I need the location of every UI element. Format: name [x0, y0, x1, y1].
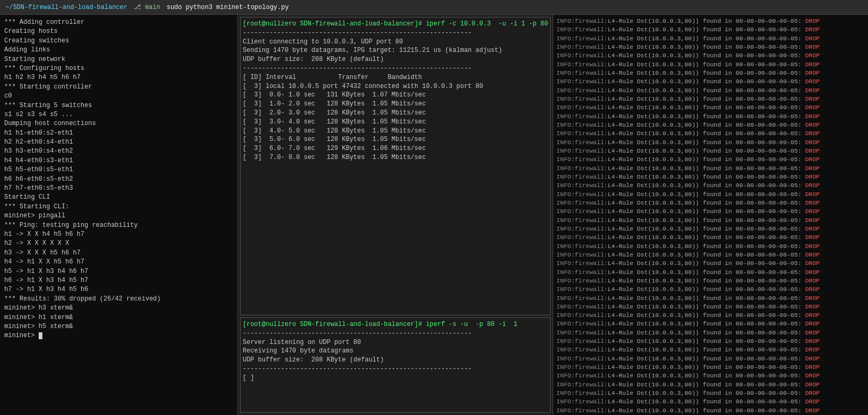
top-bar: ~/SDN-firewall-and-load-balancer ⎇ main …	[0, 0, 868, 15]
terminal-prompt: [root@nullzero SDN-firewall-and-load-bal…	[243, 20, 548, 29]
log-line: INFO:firewall:L4-Rule Dst(10.0.0.3,80)) …	[556, 199, 868, 207]
main-content: *** Adding controllerCreating hostsCreat…	[0, 15, 868, 415]
log-line: INFO:firewall:L4-Rule Dst(10.0.0.3,80)) …	[556, 138, 868, 147]
terminal-line: mininet> pingall	[4, 211, 233, 220]
terminal-line: ----------------------------------------…	[243, 329, 548, 338]
right-log-panel[interactable]: INFO:firewall:L4-Rule Dst(10.0.0.3,80)) …	[553, 15, 868, 415]
log-line: INFO:firewall:L4-Rule Dst(10.0.0.3,80)) …	[556, 225, 868, 233]
log-line: INFO:firewall:L4-Rule Dst(10.0.0.3,80)) …	[556, 112, 868, 121]
terminal-line: *** Results: 38% dropped (26/42 received…	[4, 295, 233, 304]
terminal-line: [ ]	[243, 374, 548, 383]
terminal-line: [ 3] local 10.0.0.5 port 47432 connected…	[243, 82, 548, 91]
terminal-line: ----------------------------------------…	[243, 365, 548, 374]
terminal-line: *** Starting 5 switches	[4, 101, 233, 110]
terminal-line: Adding links	[4, 46, 233, 55]
log-line: INFO:firewall:L4-Rule Dst(10.0.0.3,80)) …	[556, 121, 868, 129]
log-line: INFO:firewall:L4-Rule Dst(10.0.0.3,80)) …	[556, 95, 868, 103]
log-line: INFO:firewall:L4-Rule Dst(10.0.0.3,80)) …	[556, 277, 868, 285]
log-line: INFO:firewall:L4-Rule Dst(10.0.0.3,80)) …	[556, 372, 868, 380]
log-line: INFO:firewall:L4-Rule Dst(10.0.0.3,80)) …	[556, 294, 868, 303]
log-line: INFO:firewall:L4-Rule Dst(10.0.0.3,80)) …	[556, 43, 868, 51]
terminal-line: [ ID] Interval Transfer Bandwidth	[243, 73, 548, 82]
middle-top-terminal[interactable]: [root@nullzero SDN-firewall-and-load-bal…	[240, 17, 551, 315]
terminal-prompt: [root@nullzero SDN-firewall-and-load-bal…	[243, 320, 548, 329]
log-line: INFO:firewall:L4-Rule Dst(10.0.0.3,80)) …	[556, 190, 868, 199]
log-line: INFO:firewall:L4-Rule Dst(10.0.0.3,80)) …	[556, 355, 868, 363]
terminal-line: Dumping host connections	[4, 119, 233, 128]
log-line: INFO:firewall:L4-Rule Dst(10.0.0.3,80)) …	[556, 147, 868, 155]
log-line: INFO:firewall:L4-Rule Dst(10.0.0.3,80)) …	[556, 329, 868, 337]
terminal-line: *** Configuring hosts	[4, 64, 233, 73]
left-terminal[interactable]: *** Adding controllerCreating hostsCreat…	[0, 15, 237, 415]
log-line: INFO:firewall:L4-Rule Dst(10.0.0.3,80)) …	[556, 216, 868, 225]
log-line: INFO:firewall:L4-Rule Dst(10.0.0.3,80)) …	[556, 51, 868, 60]
middle-panel: [root@nullzero SDN-firewall-and-load-bal…	[237, 15, 553, 415]
log-line: INFO:firewall:L4-Rule Dst(10.0.0.3,80)) …	[556, 155, 868, 164]
cursor	[39, 332, 42, 339]
log-line: INFO:firewall:L4-Rule Dst(10.0.0.3,80)) …	[556, 346, 868, 354]
terminal-line: Creating hosts	[4, 27, 233, 36]
log-line: INFO:firewall:L4-Rule Dst(10.0.0.3,80)) …	[556, 285, 868, 294]
command-label: sudo python3 mininet-topology.py	[166, 4, 288, 11]
terminal-line: [ 3] 6.0- 7.0 sec 129 KBytes 1.06 Mbits/…	[243, 144, 548, 153]
log-line: INFO:firewall:L4-Rule Dst(10.0.0.3,80)) …	[556, 207, 868, 216]
branch-icon: ⎇	[134, 4, 145, 11]
terminal-line: [ 3] 0.0- 1.0 sec 131 KBytes 1.07 Mbits/…	[243, 91, 548, 100]
terminal-line: Starting network	[4, 55, 233, 64]
log-line: INFO:firewall:L4-Rule Dst(10.0.0.3,80)) …	[556, 398, 868, 406]
terminal-line: [ 3] 5.0- 6.0 sec 128 KBytes 1.05 Mbits/…	[243, 135, 548, 144]
terminal-line: h3 -> X X X h5 h6 h7	[4, 249, 233, 258]
terminal-line: [ 3] 3.0- 4.0 sec 128 KBytes 1.05 Mbits/…	[243, 118, 548, 127]
terminal-line: *** Adding controller	[4, 18, 233, 27]
terminal-line: mininet> h3 xterm&	[4, 304, 233, 313]
log-line: INFO:firewall:L4-Rule Dst(10.0.0.3,80)) …	[556, 389, 868, 398]
terminal-line: [ 3] 1.0- 2.0 sec 128 KBytes 1.05 Mbits/…	[243, 100, 548, 109]
terminal-line: Server listening on UDP port 80	[243, 338, 548, 347]
terminal-line: *** Starting controller	[4, 83, 233, 92]
terminal-line: ----------------------------------------…	[243, 29, 548, 38]
terminal-line: h2 -> X X X X X X	[4, 239, 233, 248]
log-line: INFO:firewall:L4-Rule Dst(10.0.0.3,80)) …	[556, 320, 868, 328]
terminal-line: [ 3] 2.0- 3.0 sec 128 KBytes 1.05 Mbits/…	[243, 109, 548, 118]
log-line: INFO:firewall:L4-Rule Dst(10.0.0.3,80)) …	[556, 268, 868, 277]
terminal-line: h1 -> X X h4 h5 h6 h7	[4, 230, 233, 239]
log-line: INFO:firewall:L4-Rule Dst(10.0.0.3,80)) …	[556, 181, 868, 190]
log-line: INFO:firewall:L4-Rule Dst(10.0.0.3,80)) …	[556, 69, 868, 77]
middle-bottom-terminal[interactable]: [root@nullzero SDN-firewall-and-load-bal…	[240, 317, 551, 413]
log-line: INFO:firewall:L4-Rule Dst(10.0.0.3,80)) …	[556, 164, 868, 173]
terminal-line: h2 h2-eth0:s4-eth1	[4, 138, 233, 147]
terminal-line: Client connecting to 10.0.0.3, UDP port …	[243, 38, 548, 47]
log-line: INFO:firewall:L4-Rule Dst(10.0.0.3,80)) …	[556, 103, 868, 112]
terminal-line: h5 h5-eth0:s5-eth1	[4, 165, 233, 174]
log-line: INFO:firewall:L4-Rule Dst(10.0.0.3,80)) …	[556, 259, 868, 268]
terminal-line: c0	[4, 92, 233, 101]
terminal-line: h3 h3-eth0:s4-eth2	[4, 147, 233, 156]
terminal-line: h4 h4-eth0:s3-eth1	[4, 156, 233, 165]
log-line: INFO:firewall:L4-Rule Dst(10.0.0.3,80)) …	[556, 17, 868, 25]
log-line: INFO:firewall:L4-Rule Dst(10.0.0.3,80)) …	[556, 60, 868, 69]
terminal-line: *** Ping: testing ping reachability	[4, 221, 233, 230]
terminal-line: h1 h1-eth0:s2-eth1	[4, 129, 233, 138]
terminal-line: h6 -> h1 X h3 h4 h5 h7	[4, 276, 233, 285]
path-label: ~/SDN-firewall-and-load-balancer	[5, 4, 127, 11]
log-line: INFO:firewall:L4-Rule Dst(10.0.0.3,80)) …	[556, 34, 868, 43]
terminal-line: s1 s2 s3 s4 s5 ...	[4, 110, 233, 119]
terminal-line: h1 h2 h3 h4 h5 h6 h7	[4, 73, 233, 82]
terminal-line: mininet>	[4, 331, 233, 340]
terminal-line: mininet> h1 xterm&	[4, 313, 233, 322]
log-line: INFO:firewall:L4-Rule Dst(10.0.0.3,80)) …	[556, 363, 868, 372]
log-line: INFO:firewall:L4-Rule Dst(10.0.0.3,80)) …	[556, 173, 868, 181]
terminal-line: h5 -> h1 X h3 h4 h6 h7	[4, 267, 233, 276]
log-line: INFO:firewall:L4-Rule Dst(10.0.0.3,80)) …	[556, 303, 868, 311]
terminal-line: ----------------------------------------…	[243, 64, 548, 73]
log-line: INFO:firewall:L4-Rule Dst(10.0.0.3,80)) …	[556, 337, 868, 346]
terminal-line: Starting CLI	[4, 193, 233, 202]
terminal-line: *** Starting CLI:	[4, 202, 233, 211]
terminal-line: UDP buffer size: 208 KByte (default)	[243, 55, 548, 64]
terminal-line: h4 -> h1 X X h5 h6 h7	[4, 258, 233, 267]
terminal-line: h6 h6-eth0:s5-eth2	[4, 175, 233, 184]
log-line: INFO:firewall:L4-Rule Dst(10.0.0.3,80)) …	[556, 242, 868, 251]
log-line: INFO:firewall:L4-Rule Dst(10.0.0.3,80)) …	[556, 129, 868, 138]
terminal-line: h7 -> h1 X h3 h4 h5 h6	[4, 285, 233, 294]
branch-name: main	[145, 4, 161, 11]
